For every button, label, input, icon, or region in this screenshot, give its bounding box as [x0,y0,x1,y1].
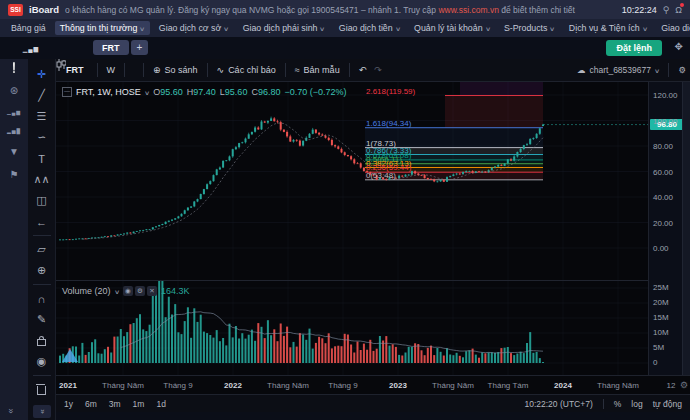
price-pane[interactable]: 2.618(119.59)1.618(94.34)1(78.73)0.786(7… [56,82,648,280]
undo-button[interactable]: ↶ [355,65,371,75]
marquee-link[interactable]: www.ssi.com.vn [438,5,498,15]
price-tick-60.00: 60.00 [653,168,673,177]
chart-layout-name[interactable]: chart_68539677 [590,65,651,75]
chart-page-icon[interactable]: ▁▄▆ [20,40,42,56]
sidebar-collapse-icon[interactable]: » [6,408,16,413]
main-menu: Bảng giáThông tin thị trường∨Giao dịch c… [0,19,690,37]
crosshair-tool[interactable]: ✛ [31,64,53,85]
fib-label-0[interactable]: 0(53.48) [366,171,396,180]
price-tick-120.00: 120.00 [653,91,677,100]
add-tab-button[interactable]: + [131,40,148,55]
pitchfork-tool[interactable]: ∽ [31,127,53,148]
remove-drawings-tool[interactable] [31,379,53,400]
trend-line-tool[interactable]: ╱ [31,85,53,106]
menu-item-3[interactable]: Giao dịch phái sinh∨ [238,21,330,35]
fullscreen-icon[interactable]: ✥ [675,41,683,52]
ruler-tool[interactable]: ▱ [31,239,53,260]
menu-item-6[interactable]: S-Products∨ [499,21,560,35]
volume-tick-5M: 5M [653,343,664,352]
redo-button[interactable]: ↷ [370,65,386,75]
time-tick: 12 [667,381,676,390]
zoom-in-tool[interactable]: ⊕ [31,260,53,281]
menu-item-4[interactable]: Giao dịch tiền∨ [334,21,405,35]
time-tick: 2022 [224,381,242,390]
chart-column-icon[interactable]: ▁▄▆ [7,109,21,115]
fib-label-1.618[interactable]: 1.618(94.34) [366,119,411,128]
hide-panel-arrow[interactable]: ← [31,211,53,232]
drawing-mode-tool[interactable]: ✎ [31,309,53,330]
toolbar-divider [33,284,51,285]
marquee-text-2: để biết thêm chi tiết [499,5,575,15]
chart-clock[interactable]: 10:22:20 (UTC+7) [524,399,592,409]
hide-drawings-tool[interactable]: ◉ [31,351,53,372]
legend-collapse-icon[interactable]: — [62,87,72,97]
time-tick: Tháng 9 [163,381,192,390]
bookmark-icon[interactable]: ⚑ [10,170,19,180]
axis-settings-gear-icon[interactable]: ⚙ [680,380,688,390]
filter-icon[interactable]: ▼ [9,147,19,157]
time-tick: Tháng Năm [267,381,309,390]
range-button-1m[interactable]: 1m [133,399,145,409]
globe-icon[interactable]: ⊛ [10,86,18,96]
auto-scale-button[interactable]: tự động [653,399,682,409]
magnet-tool[interactable]: ∩ [31,288,53,309]
cloud-icon: ☁ [577,65,586,75]
chart-toolbar: FRT W ⊕So sánh ∿Các chỉ báo ≈Bản mẫu ↶ ↷… [56,59,690,82]
menu-item-5[interactable]: Quản lý tài khoản∨ [409,21,495,35]
templates-button[interactable]: ≈Bản mẫu [291,65,344,75]
xabcd-pattern-tool[interactable]: ∧∧ [31,169,53,190]
chart-column-large-icon[interactable]: ▂▅█ [7,128,21,134]
range-button-6m[interactable]: 6m [85,399,97,409]
tab-frt[interactable]: FRT [93,40,129,55]
favorites-drawer-toggle[interactable]: » [33,405,51,418]
announcement-marquee: o khách hàng có MG quản lý. Đăng ký ngay… [65,5,616,15]
fib-retracement-tool[interactable]: ☰ [31,106,53,127]
visibility-icon[interactable]: ◉ [123,286,133,296]
chevron-down-icon: ∨ [140,25,146,32]
lock-all-tool[interactable] [31,330,53,351]
ssi-logo: SSI [8,4,23,16]
bell-icon[interactable]: Ω [675,5,682,15]
right-panel-edge[interactable] [682,82,690,412]
log-scale-button[interactable]: log [631,399,642,409]
menu-item-1[interactable]: Thông tin thị trường∨ [55,21,150,35]
chart-watermark-logo [62,349,78,362]
chart-settings-gear-icon[interactable]: ⚙ [678,65,686,75]
menu-item-2[interactable]: Giao dịch cơ sở∨ [154,21,234,35]
prediction-tool[interactable]: ◫ [31,190,53,211]
menu-item-0[interactable]: Bảng giá [6,21,51,35]
place-order-button[interactable]: Đặt lệnh [606,40,662,56]
notifications-icon[interactable]: ❕ [8,63,20,73]
text-tool[interactable]: T [31,148,53,169]
legend-change: −0.70 (−0.72%) [284,87,346,97]
range-button-3m[interactable]: 3m [109,399,121,409]
range-button-1y[interactable]: 1y [64,399,73,409]
range-button-1d[interactable]: 1d [156,399,165,409]
key-icon[interactable]: ⚲ [663,5,670,15]
menu-item-7[interactable]: Dịch vụ & Tiện ích∨ [564,21,652,35]
indicators-button[interactable]: ∿Các chỉ báo [213,65,280,75]
percent-scale-button[interactable]: % [614,399,622,409]
ohlc-legend[interactable]: — FRT, 1W, HOSE ∨ O95.60 H97.40 L95.60 C… [62,87,346,97]
chevron-down-icon: ∨ [114,288,120,295]
volume-legend[interactable]: Volume (20) ∨ ◉⚙✕ 164.3K [62,286,189,296]
time-tick: 2023 [389,381,407,390]
indicators-icon: ∿ [217,65,225,75]
app-title: iBoard [29,4,59,15]
volume-tick-15M: 15M [653,313,669,322]
compare-button[interactable]: ⊕So sánh [149,65,202,75]
interval-button[interactable]: W [103,65,120,75]
chevron-down-icon: ∨ [320,25,326,32]
delete-icon[interactable]: ✕ [147,286,157,296]
settings-icon[interactable]: ⚙ [135,286,145,296]
time-axis[interactable]: ⚙ 2021Tháng NămTháng 92022Tháng NămTháng… [56,375,690,394]
volume-indicator-label: Volume (20) [62,286,111,296]
marquee-text: o khách hàng có MG quản lý. Đăng ký ngay… [65,5,438,15]
toolbar-divider [33,375,51,376]
fib-label-2.618[interactable]: 2.618(119.59) [366,87,415,96]
chevron-down-icon: ∨ [144,89,150,96]
time-tick: Tháng Tám [488,381,529,390]
price-tick-100.00: 100.00 [653,117,677,126]
menu-item-8[interactable]: Giao diện của tôi [656,21,690,35]
chevron-down-icon: ∨ [485,25,491,32]
